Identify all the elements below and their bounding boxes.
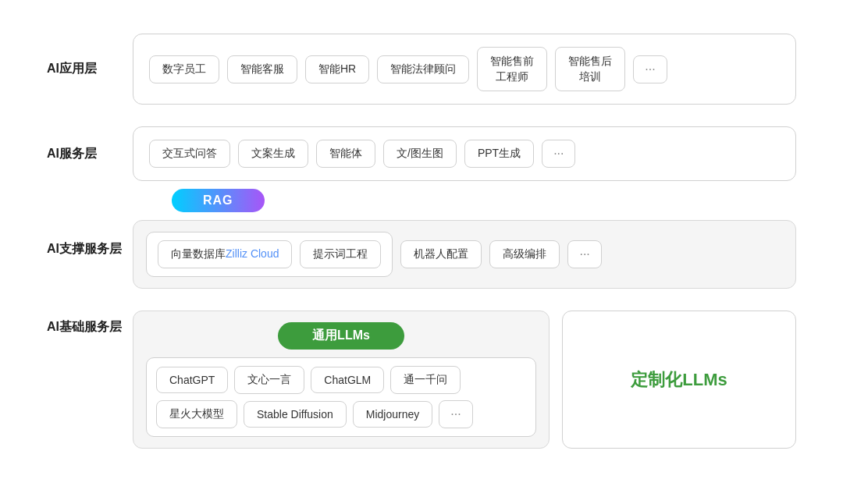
- support-combined-inner: 向量数据库Zilliz Cloud 提示词工程 机器人配置 高级编排 ···: [133, 220, 796, 289]
- support-combined-wrapper: RAG 向量数据库Zilliz Cloud 提示词工程 机器人配置 高级编排 ·…: [133, 203, 796, 289]
- chip-ppt: PPT生成: [464, 140, 534, 168]
- chip-prompt-eng: 提示词工程: [300, 240, 381, 268]
- chip-smart-presales: 智能售前工程师: [477, 47, 547, 91]
- chip-digital-employee: 数字员工: [149, 55, 219, 83]
- chip-chatglm: ChatGLM: [311, 367, 384, 393]
- support-left-box: 向量数据库Zilliz Cloud 提示词工程: [146, 232, 393, 277]
- service-layer-label: AI服务层: [47, 146, 117, 162]
- chip-advanced-arrange: 高级编排: [489, 240, 560, 268]
- service-layer-box: 交互式问答 文案生成 智能体 文/图生图 PPT生成 ···: [133, 126, 796, 181]
- chip-midjourney: Midjourney: [353, 401, 432, 428]
- chip-dots-foundation: ···: [439, 400, 472, 428]
- support-layer-row: AI支撑服务层 RAG 向量数据库Zilliz Cloud 提示词工程 机器人配…: [47, 203, 796, 289]
- llm-badge-inner: 通用LLMs: [278, 322, 404, 350]
- chip-zilliz: 向量数据库Zilliz Cloud: [158, 240, 292, 268]
- service-layer-row: AI服务层 交互式问答 文案生成 智能体 文/图生图 PPT生成 ···: [47, 126, 796, 181]
- chip-dots-app: ···: [633, 55, 667, 83]
- support-layer-label: AI支撑服务层: [47, 203, 117, 257]
- app-layer-box: 数字员工 智能客服 智能HR 智能法律顾问 智能售前工程师 智能售后培训 ···: [133, 34, 796, 105]
- chip-smart-service: 智能客服: [227, 55, 297, 83]
- chip-xinhuo: 星火大模型: [156, 400, 237, 428]
- llm-chips-box: ChatGPT 文心一言 ChatGLM 通一千问 星火大模型 Stable D…: [146, 357, 536, 437]
- app-layer-row: AI应用层 数字员工 智能客服 智能HR 智能法律顾问 智能售前工程师 智能售后…: [47, 34, 796, 105]
- foundation-left-box: 通用LLMs ChatGPT 文心一言 ChatGLM 通一千问 星火大模型 S…: [133, 311, 550, 449]
- chip-wenxin: 文心一言: [234, 366, 304, 394]
- chip-qa: 交互式问答: [149, 140, 230, 168]
- foundation-layer-label: AI基础服务层: [47, 311, 117, 449]
- chip-dots-service: ···: [542, 140, 575, 168]
- foundation-right-box: 定制化LLMs: [562, 311, 796, 449]
- chip-chatgpt: ChatGPT: [156, 367, 228, 393]
- chip-smart-legal: 智能法律顾问: [377, 55, 469, 83]
- chip-robot-config: 机器人配置: [400, 240, 482, 268]
- custom-llm-label: 定制化LLMs: [631, 368, 727, 392]
- app-layer-label: AI应用层: [47, 61, 117, 77]
- chip-smart-hr: 智能HR: [305, 55, 369, 83]
- chip-dots-support: ···: [567, 240, 601, 268]
- foundation-layer-row: AI基础服务层 通用LLMs ChatGPT 文心一言 ChatGLM 通一千问…: [47, 311, 796, 449]
- architecture-diagram: AI应用层 数字员工 智能客服 智能HR 智能法律顾问 智能售前工程师 智能售后…: [47, 34, 796, 470]
- chip-agent: 智能体: [316, 140, 375, 168]
- chip-smart-aftersales: 智能售后培训: [555, 47, 625, 91]
- chip-copywriting: 文案生成: [238, 140, 308, 168]
- chip-text-image: 文/图生图: [383, 140, 457, 168]
- chip-tongyi: 通一千问: [390, 366, 461, 394]
- llm-badge: 通用LLMs: [146, 322, 536, 350]
- rag-badge: RAG: [172, 189, 265, 212]
- chip-stable-diffusion: Stable Diffusion: [244, 401, 347, 428]
